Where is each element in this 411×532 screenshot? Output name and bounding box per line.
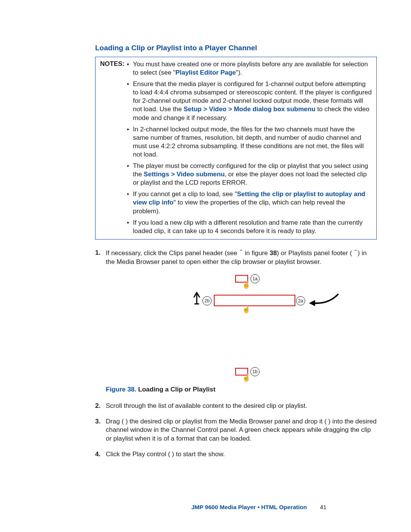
redbox-wide-icon bbox=[214, 295, 295, 306]
pointer-icon: ☝ bbox=[242, 280, 250, 289]
callout-label: 1b bbox=[250, 367, 260, 376]
note-item: You must have created one or more playli… bbox=[126, 60, 372, 77]
footer-title: JMP 9600 Media Player • HTML Operation bbox=[191, 504, 307, 510]
callout-label: 2a bbox=[296, 296, 305, 305]
figure-caption: Figure 38. Loading a Clip or Playlist bbox=[106, 385, 377, 394]
note-item: Ensure that the media player is configur… bbox=[126, 80, 372, 122]
document-page: Loading a Clip or Playlist into a Player… bbox=[0, 0, 411, 532]
pointer-icon: ☝ bbox=[242, 305, 250, 314]
step-item: 4. Click the Play control ( ) to start t… bbox=[95, 450, 377, 459]
note-item: If you load a new clip with a different … bbox=[126, 219, 372, 235]
notes-box: NOTES: You must have created one or more… bbox=[95, 57, 377, 240]
step-number: 3. bbox=[95, 417, 100, 426]
section-heading: Loading a Clip or Playlist into a Player… bbox=[95, 44, 377, 52]
step-number: 4. bbox=[95, 450, 100, 459]
step-item: 1. If necessary, click the Clips panel h… bbox=[95, 249, 377, 394]
steps-list: 1. If necessary, click the Clips panel h… bbox=[95, 249, 377, 459]
link-playlist-editor-page[interactable]: Playlist Editor Page bbox=[175, 69, 236, 76]
link-setup-video-mode[interactable]: Setup > Video > Mode dialog box submenu bbox=[184, 105, 315, 113]
figure-area: 1a ☝ 2b ☝ 2a bbox=[106, 272, 377, 382]
note-item: The player must be correctly configured … bbox=[126, 162, 372, 187]
arrow-up-icon bbox=[191, 289, 202, 305]
step-item: 3. Drag ( ) the desired clip or playlist… bbox=[95, 417, 377, 444]
step-number: 1. bbox=[95, 249, 100, 257]
page-number: 41 bbox=[320, 504, 327, 510]
callout-2a: 2a bbox=[296, 296, 305, 305]
callout-label: 1a bbox=[250, 274, 260, 283]
callout-label: 2b bbox=[202, 296, 212, 305]
notes-label: NOTES: bbox=[100, 60, 124, 68]
note-item: In 2-channel locked output mode, the fil… bbox=[126, 125, 372, 159]
link-settings-video-submenu[interactable]: Settings > Video submenu bbox=[144, 171, 225, 178]
page-footer: JMP 9600 Media Player • HTML Operation 4… bbox=[0, 504, 411, 511]
callout-2b: 2b bbox=[202, 296, 212, 305]
notes-list: You must have created one or more playli… bbox=[126, 60, 372, 235]
arrow-curved-icon bbox=[306, 291, 340, 310]
step-item: 2. Scroll through the list of available … bbox=[95, 402, 377, 411]
note-item: If you cannot get a clip to load, see "S… bbox=[126, 190, 372, 215]
pointer-icon: ☝ bbox=[242, 373, 250, 382]
step-number: 2. bbox=[95, 402, 100, 411]
